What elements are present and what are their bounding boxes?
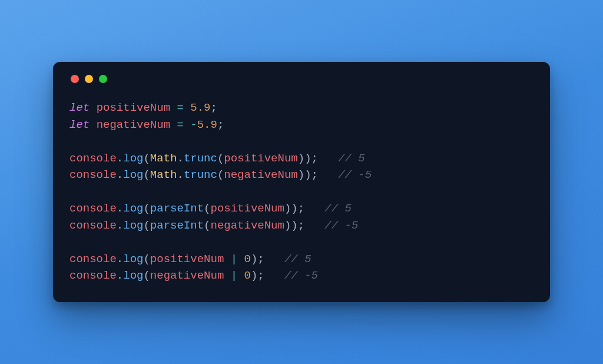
- line-4: console.log(Math.trunc(positiveNum)); //…: [69, 152, 365, 165]
- comment: // 5: [284, 253, 312, 266]
- comment: // 5: [338, 152, 365, 165]
- minimize-icon[interactable]: [85, 75, 93, 83]
- line-10: console.log(positiveNum | 0); // 5: [69, 253, 312, 266]
- line-5: console.log(Math.trunc(negativeNum)); //…: [69, 168, 372, 181]
- keyword-let: let: [69, 118, 90, 131]
- op-pipe: |: [231, 253, 237, 266]
- comment: // 5: [324, 202, 352, 215]
- comment: // -5: [338, 168, 372, 181]
- fn-parseInt: parseInt: [150, 202, 204, 215]
- ident-console: console: [69, 152, 117, 165]
- line-1: let positiveNum = 5.9;: [69, 101, 217, 114]
- ident-positiveNum: positiveNum: [97, 101, 170, 114]
- code-block: let positiveNum = 5.9; let negativeNum =…: [69, 100, 534, 284]
- close-icon[interactable]: [71, 75, 79, 83]
- obj-Math: Math: [150, 152, 177, 165]
- line-2: let negativeNum = -5.9;: [69, 118, 224, 131]
- line-7: console.log(parseInt(positiveNum)); // 5: [69, 202, 352, 215]
- code-window: let positiveNum = 5.9; let negativeNum =…: [53, 62, 550, 302]
- comment: // -5: [284, 269, 318, 282]
- fn-trunc: trunc: [184, 152, 217, 165]
- comment: // -5: [324, 219, 358, 232]
- maximize-icon[interactable]: [99, 75, 107, 83]
- line-8: console.log(parseInt(negativeNum)); // -…: [69, 219, 358, 232]
- keyword-let: let: [69, 101, 90, 114]
- line-11: console.log(negativeNum | 0); // -5: [69, 269, 318, 282]
- fn-log: log: [123, 152, 143, 165]
- ident-negativeNum: negativeNum: [97, 118, 170, 131]
- window-controls: [69, 75, 534, 83]
